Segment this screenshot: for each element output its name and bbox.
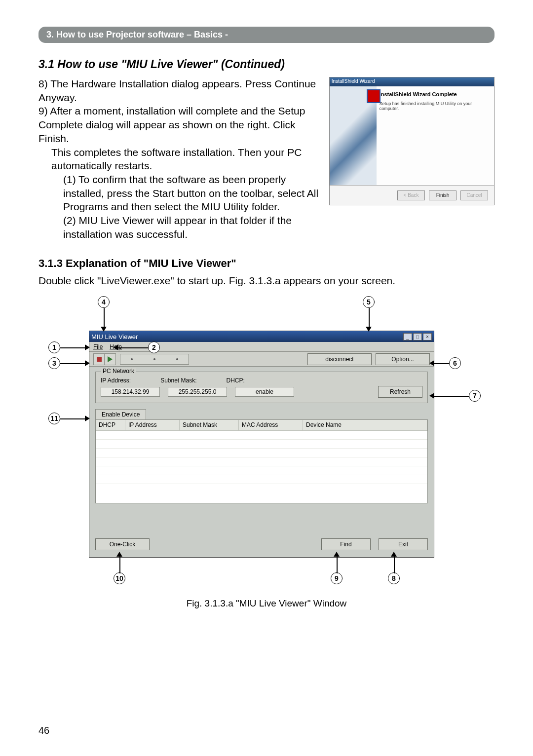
table-row[interactable]	[96, 449, 427, 457]
section-title: 3.1 How to use "MIU Live Viewer" (Contin…	[38, 58, 495, 71]
refresh-button[interactable]: Refresh	[378, 386, 422, 398]
callout-4: 4	[98, 296, 110, 308]
wizard-back-button[interactable]: < Back	[397, 190, 425, 200]
body-text-column: 8) The Hardware Installation dialog appe…	[38, 77, 322, 241]
step-9a: 9) After a moment, installation will com…	[38, 104, 322, 145]
callout-3: 3	[48, 357, 60, 369]
callout-8: 8	[388, 572, 400, 584]
step-9b: This completes the software installation…	[51, 146, 322, 173]
callout-5: 5	[363, 296, 375, 308]
page-number: 46	[38, 725, 49, 736]
wizard-heading: InstallShield Wizard Complete	[380, 91, 491, 97]
wizard-finish-button[interactable]: Finish	[429, 190, 457, 200]
table-row[interactable]	[96, 466, 427, 475]
minimize-button[interactable]: _	[403, 333, 412, 340]
table-row[interactable]	[96, 431, 427, 440]
app-titlebar: MIU Live Viewer _ □ ×	[89, 331, 434, 342]
col-ip[interactable]: IP Address	[125, 420, 180, 430]
app-window: MIU Live Viewer _ □ × File Help	[89, 331, 434, 558]
value-mask: 255.255.255.0	[168, 387, 227, 397]
callout-11: 11	[48, 413, 60, 424]
wizard-titlebar: InstallShield Wizard	[330, 77, 494, 86]
label-dhcp: DHCP:	[227, 377, 245, 384]
pc-network-group: PC Network IP Address: Subnet Mask: DHCP…	[95, 372, 428, 403]
menu-bar: File Help	[89, 342, 434, 352]
device-table: DHCP IP Address Subnet Mask MAC Address …	[95, 419, 428, 503]
tab-enable-device[interactable]: Enable Device	[95, 409, 146, 419]
app-title: MIU Live Viewer	[91, 333, 138, 340]
table-row[interactable]	[96, 440, 427, 449]
wizard-cancel-button[interactable]: Cancel	[460, 190, 488, 200]
callout-1: 1	[48, 341, 60, 353]
step-9-sub1: (1) To confirm that the software as been…	[63, 173, 322, 214]
disconnect-button[interactable]: disconnect	[307, 353, 372, 365]
toolbar: disconnect Option...	[89, 352, 434, 367]
value-dhcp: enable	[235, 387, 294, 397]
exit-button[interactable]: Exit	[379, 538, 428, 550]
wizard-body-text: Setup has finished installing MIU Utilit…	[380, 101, 491, 111]
stop-icon[interactable]	[94, 354, 105, 365]
toolbar-slider[interactable]	[120, 354, 189, 365]
groupbox-legend: PC Network	[101, 368, 136, 375]
callout-10: 10	[114, 572, 125, 584]
option-button[interactable]: Option...	[376, 353, 430, 365]
figure-caption: Fig. 3.1.3.a "MIU Live Viewer" Window	[38, 598, 495, 609]
annotated-figure: MIU Live Viewer _ □ × File Help	[39, 296, 494, 592]
step-9-sub2: (2) MIU Live Viewer will appear in that …	[63, 214, 322, 241]
wizard-side-graphic	[330, 86, 377, 185]
menu-file[interactable]: File	[93, 343, 103, 350]
maximize-button[interactable]: □	[413, 333, 422, 340]
step-8: 8) The Hardware Installation dialog appe…	[38, 77, 322, 104]
label-mask: Subnet Mask:	[160, 377, 196, 384]
callout-7: 7	[469, 390, 481, 402]
col-dhcp[interactable]: DHCP	[96, 420, 125, 430]
wizard-screenshot: InstallShield Wizard InstallShield Wizar…	[329, 77, 495, 205]
col-devicename[interactable]: Device Name	[303, 420, 427, 430]
subsection-intro: Double click "LiveViewer.exe" to start u…	[38, 274, 495, 288]
col-mask[interactable]: Subnet Mask	[180, 420, 239, 430]
callout-6: 6	[449, 357, 461, 369]
subsection-heading: 3.1.3 Explanation of "MIU Live Viewer"	[38, 257, 495, 270]
table-row[interactable]	[96, 457, 427, 466]
find-button[interactable]: Find	[321, 538, 371, 550]
oneclick-button[interactable]: One-Click	[95, 538, 150, 550]
label-ip: IP Address:	[101, 377, 131, 384]
chapter-breadcrumb: 3. How to use Projector software – Basic…	[38, 27, 495, 43]
close-button[interactable]: ×	[423, 333, 432, 340]
col-mac[interactable]: MAC Address	[239, 420, 303, 430]
value-ip: 158.214.32.99	[101, 387, 160, 397]
table-row[interactable]	[96, 475, 427, 484]
play-icon[interactable]	[105, 354, 115, 365]
callout-9: 9	[331, 572, 343, 584]
